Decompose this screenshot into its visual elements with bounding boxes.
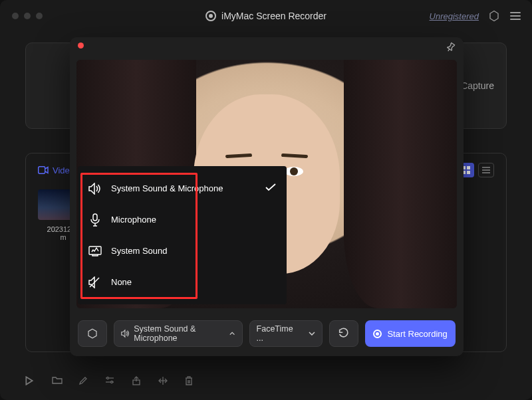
check-icon: [265, 183, 276, 194]
window-controls[interactable]: [12, 13, 43, 19]
speaker-loud-icon: [88, 182, 102, 195]
speaker-icon: [121, 329, 130, 338]
chevron-down-icon: [309, 332, 315, 336]
library-tab-video[interactable]: Video: [38, 165, 74, 175]
app-title: iMyMac Screen Recorder: [205, 11, 327, 21]
audio-option-label: System Sound & Microphone: [111, 183, 223, 193]
speaker-mute-icon: [88, 276, 102, 289]
edit-icon[interactable]: [78, 376, 90, 388]
sliders-icon[interactable]: [105, 376, 117, 388]
audio-option-label: System Sound: [111, 246, 168, 256]
audio-option-system-sound[interactable]: System Sound: [78, 235, 287, 266]
camera-source-label: FaceTime ...: [257, 324, 303, 343]
audio-option-system-and-mic[interactable]: System Sound & Microphone: [78, 173, 287, 204]
system-sound-icon: [88, 245, 102, 258]
svg-rect-17: [93, 214, 97, 221]
menu-icon[interactable]: [509, 10, 521, 22]
app-title-text: iMyMac Screen Recorder: [221, 11, 327, 21]
convert-icon[interactable]: [158, 376, 170, 388]
audio-source-dropdown[interactable]: System Sound & Microphone: [114, 320, 243, 347]
audio-option-microphone[interactable]: Microphone: [78, 204, 287, 235]
play-icon[interactable]: [25, 376, 37, 388]
svg-marker-0: [490, 11, 498, 21]
svg-rect-3: [467, 166, 470, 169]
audio-option-label: None: [111, 277, 132, 287]
share-icon[interactable]: [132, 376, 144, 388]
maximize-window-button[interactable]: [36, 13, 43, 19]
chevron-up-icon: [229, 332, 235, 336]
view-list-button[interactable]: [478, 163, 494, 177]
svg-marker-16: [88, 329, 96, 338]
start-recording-button[interactable]: Start Recording: [365, 320, 456, 347]
settings-icon[interactable]: [488, 10, 500, 22]
svg-point-12: [111, 381, 113, 383]
audio-option-label: Microphone: [111, 215, 156, 225]
rotate-icon: [338, 328, 350, 340]
titlebar: iMyMac Screen Recorder Unregistered: [0, 0, 532, 32]
folder-icon[interactable]: [52, 376, 64, 388]
microphone-icon: [88, 213, 102, 227]
bottom-toolbar: [25, 376, 197, 388]
list-icon: [482, 167, 490, 173]
svg-rect-5: [467, 171, 470, 174]
minimize-window-button[interactable]: [24, 13, 31, 19]
start-recording-label: Start Recording: [387, 329, 447, 339]
app-logo-icon: [205, 11, 216, 21]
audio-source-menu: System Sound & Microphone Microphone Sys…: [78, 166, 287, 304]
reset-button[interactable]: [329, 320, 358, 347]
camera-source-dropdown[interactable]: FaceTime ...: [249, 320, 323, 347]
close-window-button[interactable]: [12, 13, 19, 19]
record-indicator-icon: [78, 43, 84, 49]
video-icon: [38, 166, 49, 174]
delete-icon[interactable]: [185, 376, 197, 388]
recorder-controls: System Sound & Microphone FaceTime ... S…: [70, 314, 464, 356]
record-icon: [373, 330, 382, 338]
pin-icon[interactable]: [444, 41, 458, 54]
recorder-settings-button[interactable]: [78, 320, 107, 347]
svg-rect-1: [39, 167, 45, 174]
gear-hex-icon: [86, 328, 98, 340]
svg-point-11: [107, 377, 109, 379]
audio-source-label: System Sound & Microphone: [134, 324, 223, 343]
unregistered-link[interactable]: Unregistered: [430, 11, 479, 21]
audio-option-none[interactable]: None: [78, 266, 287, 298]
